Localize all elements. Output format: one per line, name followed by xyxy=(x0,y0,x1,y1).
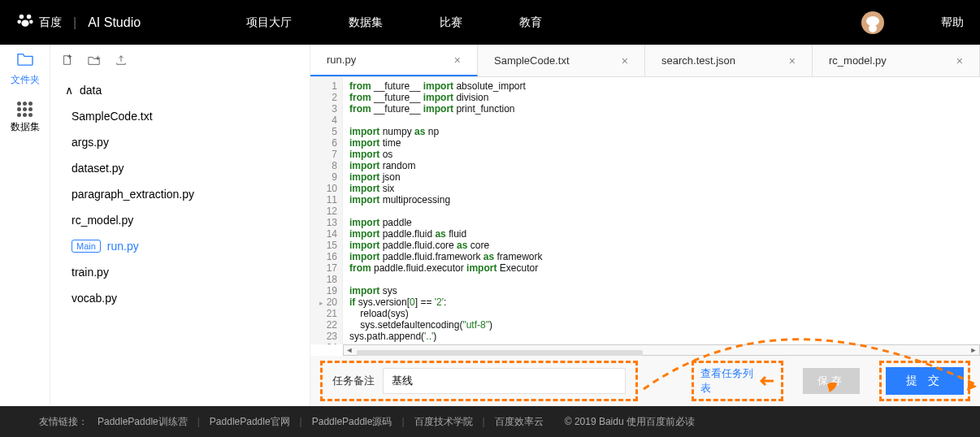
file-samplecode[interactable]: SampleCode.txt xyxy=(57,103,303,129)
footer: 友情链接： PaddlePaddle训练营| PaddlePaddle官网| P… xyxy=(0,406,980,437)
editor-area: run.py× SampleCode.txt× search.test.json… xyxy=(310,45,980,406)
footer-link-0[interactable]: PaddlePaddle训练营 xyxy=(98,415,188,429)
folder-icon xyxy=(16,51,34,70)
logo[interactable]: 百度 | AI Studio xyxy=(16,11,141,33)
svg-point-4 xyxy=(21,20,28,27)
file-dataset[interactable]: dataset.py xyxy=(57,155,303,181)
file-tree: ∧ data SampleCode.txt args.py dataset.py… xyxy=(50,77,310,311)
rail-datasets-label: 数据集 xyxy=(11,120,40,134)
upload-icon[interactable] xyxy=(115,54,127,68)
tasklist-group: 查看任务列表 xyxy=(692,361,783,401)
tab-search-test[interactable]: search.test.json× xyxy=(645,45,813,76)
h-scrollbar[interactable]: ◄ ► xyxy=(343,344,980,356)
grid-icon xyxy=(17,102,33,117)
logo-divider: | xyxy=(73,15,76,30)
left-rail: 文件夹 数据集 xyxy=(0,45,50,406)
file-args[interactable]: args.py xyxy=(57,129,303,155)
footer-link-2[interactable]: PaddlePaddle源码 xyxy=(312,415,392,429)
close-icon[interactable]: × xyxy=(789,54,796,67)
file-rc-model[interactable]: rc_model.py xyxy=(57,207,303,233)
nav-datasets[interactable]: 数据集 xyxy=(349,15,383,30)
remark-label: 任务备注 xyxy=(332,374,375,388)
close-icon[interactable]: × xyxy=(956,54,963,67)
tab-rc-model[interactable]: rc_model.py× xyxy=(813,45,980,76)
tab-samplecode[interactable]: SampleCode.txt× xyxy=(478,45,645,76)
paw-icon xyxy=(16,11,34,33)
footer-link-1[interactable]: PaddlePaddle官网 xyxy=(210,415,290,429)
footer-copyright: © 2019 Baidu 使用百度前必读 xyxy=(565,415,695,429)
new-folder-icon[interactable] xyxy=(88,54,101,68)
svg-point-3 xyxy=(29,20,33,24)
tab-run[interactable]: run.py× xyxy=(310,45,478,76)
code-editor[interactable]: ◀ 12345678910111213141516171819202122232… xyxy=(310,77,980,344)
new-file-icon[interactable] xyxy=(62,54,73,68)
nav-competitions[interactable]: 比赛 xyxy=(440,15,462,30)
svg-point-2 xyxy=(17,20,21,24)
footer-link-3[interactable]: 百度技术学院 xyxy=(414,415,473,429)
logo-substudio: AI Studio xyxy=(88,15,141,30)
nav-right: 帮助 xyxy=(861,11,964,34)
file-run[interactable]: Main run.py xyxy=(57,233,303,259)
footer-link-4[interactable]: 百度效率云 xyxy=(495,415,544,429)
submit-button[interactable]: 提 交 xyxy=(886,367,964,395)
nav-education[interactable]: 教育 xyxy=(519,15,542,30)
top-nav: 百度 | AI Studio 项目大厅 数据集 比赛 教育 帮助 xyxy=(0,0,980,45)
code-body[interactable]: from __future__ import absolute_importfr… xyxy=(343,77,980,344)
file-paragraph-extraction[interactable]: paragraph_extraction.py xyxy=(57,181,303,207)
rail-files-label: 文件夹 xyxy=(11,73,40,87)
nav-projects[interactable]: 项目大厅 xyxy=(246,15,292,30)
file-toolbar xyxy=(50,45,310,77)
nav-links: 项目大厅 数据集 比赛 教育 xyxy=(246,15,542,30)
arrow-left-icon xyxy=(759,373,774,389)
svg-point-0 xyxy=(20,15,24,19)
save-button[interactable]: 保存 xyxy=(803,368,860,394)
scroll-left-arrow-icon[interactable]: ◄ xyxy=(344,346,355,354)
caret-icon: ∧ xyxy=(65,84,73,97)
tasklist-link[interactable]: 查看任务列表 xyxy=(700,366,759,396)
file-train[interactable]: train.py xyxy=(57,259,303,285)
submit-bar: 任务备注 查看任务列表 保存 提 交 xyxy=(310,356,980,406)
rail-datasets[interactable]: 数据集 xyxy=(0,93,50,142)
close-icon[interactable]: × xyxy=(622,54,628,67)
svg-point-1 xyxy=(27,15,32,19)
help-link[interactable]: 帮助 xyxy=(941,15,964,30)
remark-input[interactable] xyxy=(383,368,626,394)
footer-prefix: 友情链接： xyxy=(39,415,88,429)
main: 文件夹 数据集 ∧ data SampleCode.txt args.py da… xyxy=(0,45,980,406)
scroll-right-arrow-icon[interactable]: ► xyxy=(968,346,979,354)
file-run-label: run.py xyxy=(107,240,139,253)
file-panel: ∧ data SampleCode.txt args.py dataset.py… xyxy=(50,45,310,406)
editor-tabs: run.py× SampleCode.txt× search.test.json… xyxy=(310,45,980,77)
line-gutter: 123456789101112131415161718192021222324 xyxy=(310,77,343,344)
folder-label: data xyxy=(80,84,102,97)
folder-data[interactable]: ∧ data xyxy=(57,77,303,103)
logo-baidu-text: 百度 xyxy=(39,15,62,30)
main-badge: Main xyxy=(72,240,101,253)
submit-group: 提 交 xyxy=(879,361,970,401)
file-vocab[interactable]: vocab.py xyxy=(57,285,303,311)
remark-group: 任务备注 xyxy=(320,361,638,401)
close-icon[interactable]: × xyxy=(454,54,461,67)
avatar[interactable] xyxy=(861,11,884,34)
rail-files[interactable]: 文件夹 xyxy=(0,45,50,93)
